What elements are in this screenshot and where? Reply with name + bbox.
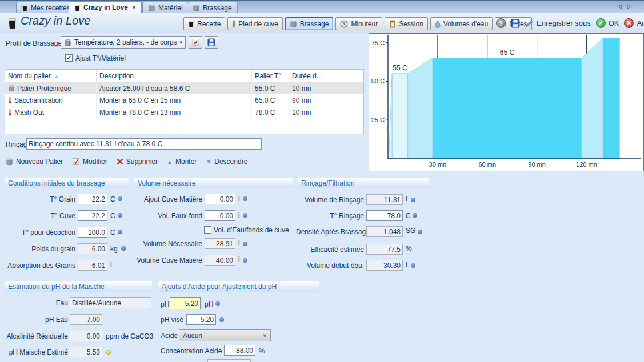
t-cuve-label: T° Cuve [5, 212, 75, 220]
info-dot [411, 198, 415, 202]
ph-field[interactable] [170, 297, 201, 309]
svg-text:25 C: 25 C [371, 116, 385, 123]
table-row[interactable]: Palier Protéinique Ajouter 25.00 l d'eau… [5, 82, 363, 94]
toolbar-separator [179, 17, 179, 29]
faux-fond-field[interactable] [205, 210, 235, 221]
tab-mes-recettes[interactable]: Mes recettes [16, 2, 76, 13]
volume-cuve-field [205, 255, 235, 266]
mash-temperature-chart: 55 C65 C25 C50 C75 C30 mn60 mn90 mn120 m… [369, 33, 644, 171]
info-dot [243, 213, 247, 218]
tab-scroll-arrows: ◁ ▷ [617, 3, 631, 9]
step-description: Ajouter 25.00 l d'eau à 58.6 C [97, 82, 252, 94]
concentration-unit: % [259, 347, 265, 355]
column-header-duree[interactable]: Durée d... [289, 70, 326, 82]
tab-label: Crazy in Love [83, 3, 128, 11]
table-row[interactable]: Mash Out Monter à 78.0 C en 13 min 78.0 … [5, 106, 363, 118]
thermometer-icon [8, 108, 12, 116]
ph-vise-field[interactable] [186, 314, 216, 325]
volume-necessaire-unit: l [238, 239, 240, 247]
ajust-materiel-checkbox[interactable]: ✓ [65, 54, 73, 62]
faux-fond-unit: l [238, 211, 240, 219]
profil-brassage-combobox[interactable]: Température, 2 paliers, - de corps ▾ [61, 36, 186, 49]
concentration-field[interactable] [224, 345, 255, 356]
section-title-ph: Estimation du pH de la Maische [5, 281, 152, 292]
t-cuve-field[interactable] [78, 210, 107, 221]
monter-button[interactable]: ▲ Monter [167, 158, 197, 166]
info-dot [219, 317, 224, 322]
acide-label: Acide [161, 332, 178, 340]
button-label: Annuler [637, 19, 644, 27]
mash-tun-icon [193, 4, 200, 11]
vol-eau-fonds-checkbox[interactable] [204, 226, 211, 234]
button-label: Brassage [300, 20, 329, 28]
section-title-conditions: Conditions initiales du brassage [5, 178, 129, 188]
absorption-label: Absorption des Grains [5, 262, 75, 270]
descendre-button[interactable]: ▼ Descendre [206, 158, 247, 166]
pied-de-cuve-button[interactable]: Pied de cuve [227, 17, 282, 30]
t-decoction-field[interactable] [78, 227, 107, 238]
tab-materiel[interactable]: Matériel [142, 2, 189, 13]
cancel-button[interactable]: ✕ Annuler [624, 18, 644, 28]
ajout-cuve-field[interactable] [205, 194, 235, 204]
poids-grain-label: Poids du grain [5, 245, 75, 253]
nouveau-palier-button[interactable]: Nouveau Palier [6, 158, 63, 166]
button-label: Volumes d'eau [443, 20, 488, 28]
beer-glass-icon [188, 20, 194, 27]
densite-label: Densité Après Brassage [296, 228, 364, 236]
thermometer-icon [8, 96, 12, 104]
minuteur-button[interactable]: Minuteur [335, 17, 382, 30]
svg-text:120 mn: 120 mn [576, 161, 597, 168]
svg-text:90 mn: 90 mn [528, 161, 546, 168]
tab-crazy-in-love[interactable]: Crazy in Love × [69, 1, 142, 13]
volumes-eau-button[interactable]: Volumes d'eau [430, 17, 493, 30]
button-label: Monter [175, 158, 197, 166]
edit-profile-button[interactable] [189, 36, 202, 49]
acide-select[interactable]: Aucun ∨ [179, 329, 271, 341]
save-icon[interactable] [511, 19, 520, 28]
close-tab-icon[interactable]: × [132, 3, 136, 11]
step-name: Mash Out [14, 108, 44, 116]
column-header-nom-du-palier[interactable]: Nom du palier ▲ [5, 70, 97, 82]
t-rincage-field[interactable] [366, 210, 403, 221]
rincage-input[interactable] [26, 138, 262, 150]
t-decoction-unit: C [110, 228, 115, 236]
svg-text:50 C: 50 C [371, 78, 385, 85]
clipboard-icon [389, 20, 396, 28]
save-as-button[interactable]: Enregistrer sous [525, 19, 591, 27]
scroll-tabs-right-icon[interactable]: ▷ [627, 3, 632, 9]
volume-necessaire-field [205, 238, 235, 249]
poids-grain-unit: kg [110, 245, 118, 253]
app-window: Mes recettes Crazy in Love × Matériel Br… [0, 0, 644, 362]
brassage-button[interactable]: Brassage [285, 17, 334, 30]
column-header-palier-t[interactable]: Palier T° [252, 70, 289, 82]
button-label: OK [609, 19, 619, 27]
ok-button[interactable]: ✓ OK [596, 18, 619, 28]
volume-ebu-field [366, 260, 403, 271]
column-header-description[interactable]: Description [97, 70, 252, 82]
info-dot [121, 246, 126, 251]
t-grain-field[interactable] [78, 194, 107, 204]
svg-text:75 C: 75 C [371, 39, 385, 46]
scroll-tabs-left-icon[interactable]: ◁ [617, 3, 622, 9]
modifier-button[interactable]: Modifier [72, 158, 107, 166]
supprimer-button[interactable]: Supprimer [117, 158, 158, 166]
help-icon[interactable]: ? [496, 18, 506, 28]
save-profile-button[interactable] [205, 36, 218, 49]
tab-brassage[interactable]: Brassage [187, 2, 238, 13]
session-button[interactable]: Session [385, 17, 428, 30]
ph-unit: pH [205, 300, 213, 308]
table-row[interactable]: Saccharification Monter à 65.0 C en 15 m… [5, 94, 363, 106]
densite-field [366, 226, 403, 237]
eau-field [70, 297, 151, 308]
volume-rincage-unit: l [406, 195, 407, 203]
ph-maische-field [70, 347, 102, 357]
step-duration: 90 mn [289, 94, 326, 106]
info-dot [411, 263, 415, 268]
button-label: Session [399, 20, 423, 28]
step-duration: 10 mn [289, 106, 326, 118]
button-label: Recette [197, 20, 221, 28]
volume-cuve-label: Volume Cuve Matière [133, 256, 202, 264]
recette-button[interactable]: Recette [183, 17, 225, 30]
step-actions: Nouveau Palier Modifier Supprimer ▲ Mont… [6, 158, 247, 166]
ajust-materiel-label: Ajust T°/Matériel [75, 54, 126, 62]
